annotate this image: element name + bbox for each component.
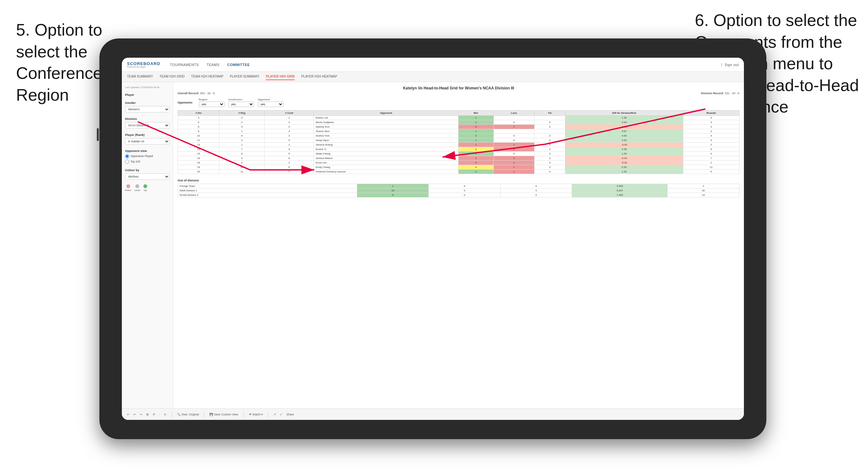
toolbar-share[interactable]: Share (286, 413, 294, 416)
out-of-division-title: Out of division (178, 179, 739, 182)
records-row: Overall Record: 353 - 34 - 6 Division Re… (178, 92, 739, 95)
cell-opponent: Jessica Huang (314, 143, 458, 147)
cell-conf: 5 (265, 138, 314, 143)
table-row: 3 3 1 Esther Lee 1 1.50 4 (178, 116, 739, 120)
cell-win: 1 (458, 152, 494, 156)
cell-tie: 0 (534, 152, 565, 156)
cell-tie: 0 (534, 165, 565, 169)
table-body: 3 3 1 Esther Lee 1 1.50 4 5 2 2 Alexis S… (178, 116, 739, 174)
toolbar-undo2[interactable]: ↩ (133, 413, 136, 416)
colour-by-select[interactable]: Win/loss (125, 174, 169, 180)
toolbar-redo[interactable]: ↪ (140, 413, 143, 416)
cell-div: 5 (178, 120, 219, 125)
cell-win: 2 (458, 147, 494, 152)
tab-player-h2h-grid[interactable]: PLAYER H2H GRID (266, 73, 295, 80)
ood-cell-rounds: 10 (668, 193, 739, 197)
cell-conf: 6 (265, 165, 314, 169)
toolbar-refresh[interactable]: ↺ (153, 413, 155, 416)
opponent-view-label: Opponent view (125, 149, 169, 153)
cell-win: 2 (458, 169, 494, 174)
tablet-side-button (97, 128, 99, 141)
nav-committee[interactable]: COMMITTEE (227, 62, 250, 68)
colour-by-label: Colour by (125, 168, 169, 172)
nav-teams[interactable]: TEAMS (207, 62, 219, 68)
cell-rounds: 6 (683, 169, 739, 174)
table-row: 18 2 2 Euna Lee 0 2 0 -5.00 2 (178, 161, 739, 165)
region-filter-select[interactable]: (All) (199, 102, 224, 107)
cell-tie: 0 (534, 138, 565, 143)
table-row: 9 1 4 Sharon Mun 1 3.67 3 (178, 129, 739, 134)
division-record-value: 331 - 34 - 6 (725, 92, 739, 95)
nav-tournaments[interactable]: TOURNAMENTS (170, 62, 199, 68)
tab-team-h2h-heatmap[interactable]: TEAM H2H HEATMAP (191, 73, 223, 80)
toolbar-dot[interactable]: · (159, 413, 160, 416)
ood-cell-loss: 0 (429, 188, 500, 193)
division-record-label: Division Record: (701, 92, 724, 95)
cell-win: 1 (458, 129, 494, 134)
toolbar-view-original[interactable]: 🔍 View: Original (177, 413, 199, 416)
cell-conf: 1 (265, 116, 314, 120)
cell-reg: 1 (219, 129, 265, 134)
cell-loss: 1 (494, 169, 534, 174)
cell-tie: 0 (534, 143, 565, 147)
toolbar-eye[interactable]: ⊙ (164, 413, 166, 416)
cell-diff: 3.67 (565, 129, 683, 134)
toolbar-save-custom[interactable]: 💾 Save Custom View (209, 413, 238, 416)
toolbar-undo[interactable]: ↩ (127, 413, 129, 416)
cell-reg: 2 (219, 120, 265, 125)
col-tie: Tie (534, 111, 565, 116)
player-label: Player (125, 93, 169, 96)
region-filter-group: Region (All) (199, 98, 224, 107)
cell-rounds: 3 (683, 120, 739, 125)
cell-win: 4 (458, 165, 494, 169)
toolbar-expand-icon[interactable]: ⤢ (280, 413, 282, 416)
toolbar-divider-2 (204, 411, 204, 417)
radio-opponents-played-label: Opponents Played (130, 155, 153, 158)
logo-sub: Powered by clippd (127, 66, 160, 68)
cell-reg: 10 (219, 165, 265, 169)
tab-player-h2h-heatmap[interactable]: PLAYER H2H HEATMAP (301, 73, 337, 80)
cell-loss: 2 (494, 161, 534, 165)
toolbar-share-icon[interactable]: ↗ (274, 413, 276, 416)
radio-top100[interactable]: Top 100 (125, 160, 169, 164)
opponent-filter-group: Opponent (All) (258, 98, 283, 107)
cell-diff: 4.00 (565, 120, 683, 125)
ood-table-row: Foreign Team 1 0 0 4.500 2 (178, 184, 739, 188)
cell-win: 1 (458, 120, 494, 125)
cell-opponent: Jessica Mason (314, 156, 458, 161)
cell-win: 1 (458, 138, 494, 143)
cell-div: 15 (178, 152, 219, 156)
left-panel: Last Updated: 27/03/2024 06:34 Player Ge… (122, 82, 173, 420)
col-conf: # Conf (265, 111, 314, 116)
radio-opponents-played[interactable]: Opponents Played (125, 154, 169, 158)
sign-out-link[interactable]: Sign out (725, 62, 739, 68)
col-opponent: Opponent (314, 111, 458, 116)
gender-select[interactable]: Women's (125, 106, 169, 113)
cell-conf: 6 (265, 156, 314, 161)
tab-team-h2h-grid[interactable]: TEAM H2H GRID (160, 73, 185, 80)
opponent-view-section: Opponent view Opponents Played Top 100 (125, 149, 169, 164)
color-label-level: Level (134, 189, 140, 192)
right-content: Katelyn Vo Head-to-Head Grid for Women's… (173, 82, 744, 420)
cell-win: 0 (458, 125, 494, 129)
division-select[interactable]: NCAA Division III (125, 122, 169, 128)
cell-reg: 2 (219, 138, 265, 143)
toolbar-grid[interactable]: ⊞ (146, 413, 149, 416)
overall-record-label: Overall Record: (178, 92, 199, 95)
toolbar-watch[interactable]: 👁 Watch ▾ (249, 413, 263, 416)
nav-divider: | (721, 63, 722, 66)
player-rank-select[interactable]: 8. Katelyn Vo (125, 138, 169, 145)
tab-player-summary[interactable]: PLAYER SUMMARY (230, 73, 259, 80)
opponent-filter-select[interactable]: (All) (258, 102, 283, 107)
cell-reg: 6 (219, 134, 265, 138)
opponents-filter-label: Opponents: (178, 101, 193, 104)
cell-conf: 3 (265, 134, 314, 138)
cell-opponent: Andrea York (314, 134, 458, 138)
tab-team-summary[interactable]: TEAM SUMMARY (127, 73, 153, 80)
cell-win: 0 (458, 161, 494, 165)
radio-top100-label: Top 100 (130, 160, 140, 163)
color-dot-level (135, 184, 139, 188)
conference-filter-select[interactable]: (All) (228, 102, 254, 107)
bottom-toolbar: ↩ ↩ ↪ ⊞ ↺ · ⊙ 🔍 View: Original 💾 Save Cu… (122, 408, 744, 420)
player-rank-label: Player (Rank) (125, 133, 169, 136)
